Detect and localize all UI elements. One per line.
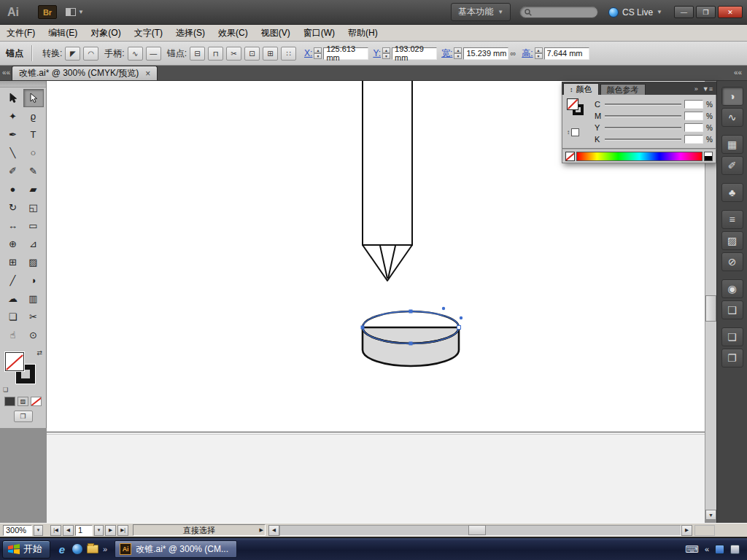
width-spinner[interactable]: ▲▼ (454, 47, 462, 59)
refpoint-button[interactable]: ∷ (281, 47, 296, 61)
swap-fill-stroke-icon[interactable]: ⇄ (36, 349, 42, 357)
shape-builder-tool[interactable]: ⊕ (3, 235, 23, 253)
selection-tool[interactable] (3, 89, 23, 107)
browser-icon[interactable] (72, 544, 82, 554)
pen-tool[interactable]: ✒ (3, 125, 23, 144)
channel-slider[interactable] (605, 104, 681, 106)
eraser-tool[interactable]: ▰ (23, 180, 44, 198)
previous-artboard-button[interactable]: ◀ (63, 525, 74, 536)
menu-item-0[interactable]: 文件(F) (0, 25, 42, 41)
folder-icon[interactable] (87, 545, 98, 553)
color-mode-button[interactable] (4, 397, 15, 406)
channel-value-input[interactable] (684, 100, 703, 109)
screen-mode-button[interactable]: ❐ (14, 411, 33, 422)
line-segment-tool[interactable]: ╲ (3, 144, 23, 162)
blob-brush-tool[interactable]: ● (3, 180, 23, 198)
collapse-toolbox-icon[interactable]: «« (2, 69, 10, 77)
last-artboard-button[interactable]: ▶| (117, 525, 128, 536)
appearance-panel-icon[interactable]: ◉ (721, 279, 743, 298)
layers-panel-icon[interactable]: ❏ (721, 327, 743, 346)
tray-collapse-icon[interactable]: « (705, 545, 709, 553)
search-input[interactable] (519, 6, 598, 18)
fill-swatch-none[interactable] (5, 352, 24, 371)
menu-item-1[interactable]: 编辑(E) (42, 25, 84, 41)
panel-collapse-icon[interactable]: » (694, 85, 698, 93)
none-mode-button[interactable] (31, 397, 42, 406)
mesh-tool[interactable]: ⊞ (3, 253, 23, 271)
eyedropper-tool[interactable]: ╱ (3, 271, 23, 289)
menu-item-6[interactable]: 视图(V) (255, 25, 297, 41)
convert-smooth-button[interactable]: ◠ (83, 47, 98, 61)
channel-value-input[interactable] (684, 135, 703, 144)
graphic-styles-panel-icon[interactable]: ❑ (721, 300, 743, 319)
close-button[interactable]: ✕ (718, 6, 743, 18)
color-panel-icon[interactable]: ◑ (721, 87, 743, 106)
isolate-button[interactable]: ⊡ (244, 47, 260, 61)
first-artboard-button[interactable]: |◀ (50, 525, 61, 536)
transparency-panel-icon[interactable]: ⊘ (721, 252, 743, 271)
convert-corner-button[interactable]: ◤ (65, 47, 80, 61)
perspective-grid-tool[interactable]: ⊿ (23, 235, 44, 253)
color-guide-panel-icon[interactable]: ∿ (721, 108, 743, 127)
width-tool[interactable]: ↔ (3, 217, 23, 235)
cs-live-button[interactable]: CS Live ▼ (608, 7, 662, 18)
hide-handles-button[interactable]: — (146, 47, 161, 61)
connect-path-button[interactable]: ⊓ (208, 47, 223, 61)
symbol-sprayer-tool[interactable]: ☁ (3, 289, 23, 308)
gradient-tool[interactable]: ▨ (23, 253, 44, 271)
x-spinner[interactable]: ▲▼ (314, 47, 322, 59)
none-swatch[interactable] (565, 152, 575, 161)
x-input[interactable]: 125.613 mm (323, 47, 368, 60)
channel-value-input[interactable] (684, 123, 703, 132)
channel-slider[interactable] (605, 139, 681, 141)
scale-tool[interactable]: ◱ (23, 198, 44, 217)
column-graph-tool[interactable]: ▥ (23, 289, 44, 308)
scroll-left-icon[interactable]: ◀ (268, 525, 279, 536)
swatches-panel-icon[interactable]: ▦ (721, 135, 743, 154)
workspace-switcher[interactable]: 基本功能 ▼ (451, 3, 511, 21)
height-input[interactable]: 7.644 mm (544, 47, 589, 60)
gradient-mode-button[interactable]: ▨ (18, 397, 28, 406)
y-input[interactable]: 193.029 mm (392, 47, 437, 60)
quick-launch-overflow-icon[interactable]: » (103, 545, 107, 553)
zoom-dropdown-icon[interactable]: ▼ (34, 525, 43, 536)
status-menu-icon[interactable]: ▶ (260, 527, 263, 533)
start-button[interactable]: 开始 (2, 540, 50, 559)
artboard-number-field[interactable]: 1 (75, 525, 93, 536)
scroll-right-icon[interactable]: ▶ (681, 525, 692, 536)
paintbrush-tool[interactable]: ✐ (3, 162, 23, 180)
blend-tool[interactable]: ◑ (23, 271, 44, 289)
horizontal-scroll-track[interactable] (279, 525, 681, 536)
hand-tool[interactable]: ☝ (3, 326, 23, 344)
white-black-swatches[interactable] (704, 152, 713, 161)
direct-selection-tool[interactable] (23, 89, 44, 107)
tray-icon-2[interactable] (730, 545, 740, 554)
restore-button[interactable]: ❐ (696, 6, 716, 18)
lasso-tool[interactable]: ϱ (23, 107, 44, 125)
cut-path-button[interactable]: ✂ (226, 47, 241, 61)
horizontal-scroll-thumb[interactable] (468, 525, 486, 535)
scroll-down-icon[interactable]: ▼ (705, 510, 716, 520)
horizontal-scrollbar[interactable]: ◀ ▶ (268, 525, 692, 536)
menu-item-5[interactable]: 效果(C) (212, 25, 255, 41)
menu-item-2[interactable]: 对象(O) (84, 25, 127, 41)
illustrator-task-button[interactable]: Ai 改锥.ai* @ 300% (CM... (115, 540, 237, 558)
ellipse-tool[interactable]: ○ (23, 144, 44, 162)
menu-item-3[interactable]: 文字(T) (128, 25, 169, 41)
bridge-button[interactable]: Br (38, 5, 57, 19)
symbols-panel-icon[interactable]: ♣ (721, 183, 743, 202)
free-transform-tool[interactable]: ▭ (23, 217, 44, 235)
spectrum-bar[interactable] (576, 152, 703, 161)
rotate-tool[interactable]: ↻ (3, 198, 23, 217)
zoom-tool[interactable]: ⊙ (23, 326, 44, 344)
type-tool[interactable]: T (23, 125, 44, 144)
artboard-dropdown-icon[interactable]: ▼ (94, 525, 104, 536)
brushes-panel-icon[interactable]: ✐ (721, 156, 743, 175)
slice-tool[interactable]: ✂ (23, 308, 44, 326)
stroke-panel-icon[interactable]: ≡ (721, 210, 743, 229)
tab-color-guide[interactable]: 颜色参考 (600, 84, 646, 95)
remove-anchor-button[interactable]: ⊟ (190, 47, 205, 61)
channel-slider[interactable] (605, 115, 681, 117)
menu-item-4[interactable]: 选择(S) (169, 25, 212, 41)
pencil-tool[interactable]: ✎ (23, 162, 44, 180)
